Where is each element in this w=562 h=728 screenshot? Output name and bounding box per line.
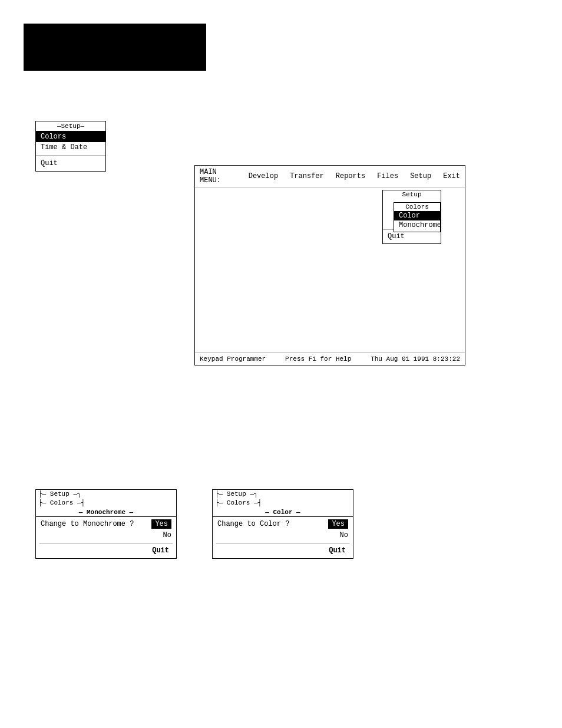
color-yes-button[interactable]: Yes [328,519,348,529]
monochrome-question-row: Change to Monochrome ? Yes [36,517,176,530]
main-menu-footer: Keypad Programmer Press F1 for Help Thu … [195,353,465,365]
menu-item-transfer[interactable]: Transfer [290,172,324,180]
menu-item-develop[interactable]: Develop [249,172,278,180]
setup-menu-title: Setup [36,121,105,131]
color-breadcrumb2: ├— Colors —┤ [213,499,353,508]
menu-item-files[interactable]: Files [377,172,398,180]
footer-left: Keypad Programmer [200,355,266,363]
monochrome-divider [39,543,173,544]
footer-center: Press F1 for Help [285,355,351,363]
top-bar [24,24,206,71]
colors-item-monochrome[interactable]: Monochrome [394,220,440,230]
color-dialog: ├— Setup —┐ ├— Colors —┤ — Color — Chang… [212,489,353,559]
colors-item-color[interactable]: Color [394,211,440,220]
monochrome-breadcrumb2: ├— Colors —┤ [36,499,176,508]
monochrome-section-title: — Monochrome — [36,508,176,517]
setup-menu: Setup ColorsTime & DateQuit [35,121,106,172]
setup-divider [36,155,105,156]
color-breadcrumb1: ├— Setup —┐ [213,490,353,499]
setup-submenu-title: Setup [383,190,441,199]
menu-item-reports[interactable]: Reports [336,172,365,180]
footer-right: Thu Aug 01 1991 8:23:22 [371,355,460,363]
color-no-option[interactable]: No [213,530,353,541]
color-question: Change to Color ? [217,520,289,528]
monochrome-question: Change to Monochrome ? [41,520,134,528]
main-menu-bar: MAIN MENU: Develop Transfer Reports File… [195,166,465,187]
bottom-dialogs: ├— Setup —┐ ├— Colors —┤ — Monochrome — … [35,489,530,559]
menu-item-exit[interactable]: Exit [443,172,460,180]
setup-submenu: Setup Colors ColorMonochrome Quit [382,190,441,244]
colors-submenu: Colors ColorMonochrome [394,202,441,232]
color-question-row: Change to Color ? Yes [213,517,353,530]
monochrome-quit[interactable]: Quit [36,546,176,555]
submenu-quit[interactable]: Quit [383,232,441,241]
monochrome-no-option[interactable]: No [36,530,176,541]
monochrome-dialog: ├— Setup —┐ ├— Colors —┤ — Monochrome — … [35,489,177,559]
color-divider [216,543,349,544]
monochrome-yes-button[interactable]: Yes [151,519,171,529]
colors-submenu-title: Colors [394,203,440,211]
main-menu-label: MAIN MENU: [200,168,237,185]
menu-item-setup[interactable]: Setup [410,172,431,180]
main-menu-container: MAIN MENU: Develop Transfer Reports File… [194,165,465,365]
setup-item-time-&-date[interactable]: Time & Date [36,142,105,153]
color-section-title: — Color — [213,508,353,517]
color-quit[interactable]: Quit [213,546,353,555]
setup-quit[interactable]: Quit [36,158,105,169]
main-menu-content: Setup Colors ColorMonochrome Quit [195,187,465,353]
monochrome-breadcrumb1: ├— Setup —┐ [36,490,176,499]
setup-item-colors[interactable]: Colors [36,131,105,142]
